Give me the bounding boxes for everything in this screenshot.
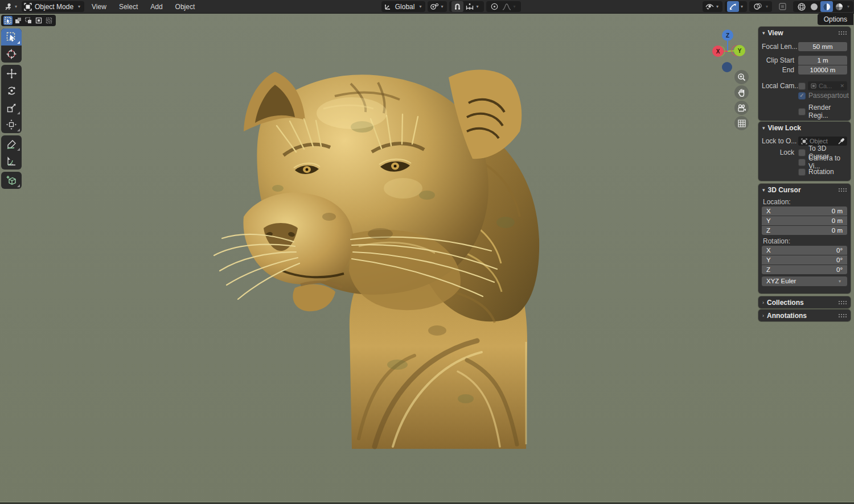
panel-grip-icon[interactable] xyxy=(838,300,847,304)
measure-icon xyxy=(6,156,17,167)
select-mode-intersect[interactable] xyxy=(44,16,54,25)
euler-mode-dropdown[interactable]: XYZ Euler ▾ xyxy=(762,276,847,286)
snap-toggle[interactable] xyxy=(451,1,463,12)
lock-rotation-label: Rotation xyxy=(808,168,834,176)
zoom-button[interactable] xyxy=(734,70,749,84)
cursor-rotation-x-field[interactable]: X 0° xyxy=(762,246,847,255)
axis-label: Z xyxy=(766,266,770,273)
cursor-panel-header[interactable]: ▾ 3D Cursor xyxy=(758,184,851,196)
chevron-down-icon[interactable]: ▾ xyxy=(764,4,770,9)
passepartout-checkbox[interactable] xyxy=(798,92,806,100)
gizmo-y-label: Y xyxy=(738,48,742,54)
gizmos-toggle[interactable] xyxy=(727,1,739,12)
cursor-rotation-z-field[interactable]: Z 0° xyxy=(762,265,847,274)
select-mode-extend[interactable] xyxy=(14,16,23,25)
camera-view-icon xyxy=(737,104,746,112)
cursor-location-z-field[interactable]: Z 0 m xyxy=(762,226,847,235)
move-icon xyxy=(6,68,17,79)
panel-grip-icon[interactable] xyxy=(838,188,847,192)
xray-toggle[interactable] xyxy=(777,1,789,12)
menu-view[interactable]: View xyxy=(85,0,113,14)
collections-panel-header[interactable]: › Collections xyxy=(758,296,851,308)
chevron-down-icon[interactable]: ▾ xyxy=(845,4,851,9)
tool-cursor[interactable] xyxy=(1,46,22,63)
xray-icon xyxy=(778,2,787,11)
zoom-icon xyxy=(737,73,746,81)
visibility-dropdown[interactable]: ▾ xyxy=(703,1,722,12)
tool-move[interactable] xyxy=(1,65,22,82)
local-camera-object-field[interactable]: Ca... ✕ xyxy=(808,81,847,90)
shading-rendered-button[interactable] xyxy=(833,1,845,12)
local-camera-checkbox[interactable] xyxy=(798,82,806,90)
tool-rotate[interactable] xyxy=(1,82,22,99)
object-data-icon xyxy=(801,138,807,144)
menu-select[interactable]: Select xyxy=(113,0,144,14)
tool-options-button[interactable]: Options xyxy=(818,14,853,25)
mode-dropdown[interactable]: Object Mode ▾ xyxy=(22,1,84,12)
proportional-editing-toggle[interactable] xyxy=(488,1,500,12)
render-region-checkbox[interactable] xyxy=(798,108,806,115)
chevron-down-icon[interactable]: ▾ xyxy=(739,4,745,9)
gizmo-z-label: Z xyxy=(726,32,729,39)
pan-button[interactable] xyxy=(734,85,749,100)
snap-target-dropdown[interactable]: ▾ xyxy=(463,1,482,12)
shading-solid-button[interactable] xyxy=(808,1,820,12)
falloff-dropdown[interactable]: ▾ xyxy=(500,1,519,12)
cursor-location-label: Location: xyxy=(763,198,846,206)
cursor-location-y-field[interactable]: Y 0 m xyxy=(762,216,847,225)
tool-add-cube[interactable] xyxy=(1,172,22,189)
chevron-down-icon: ▾ xyxy=(76,4,82,9)
axis-value: 0° xyxy=(836,247,843,254)
lock-3d-cursor-checkbox[interactable] xyxy=(798,149,806,156)
menu-object[interactable]: Object xyxy=(169,0,202,14)
view-lock-panel-header[interactable]: ▾ View Lock xyxy=(758,122,851,134)
menu-add[interactable]: Add xyxy=(144,0,169,14)
lock-label: Lock xyxy=(762,148,798,156)
eyedropper-icon[interactable] xyxy=(838,138,844,144)
select-mode-set[interactable] xyxy=(3,16,13,25)
clip-start-field[interactable]: 1 m xyxy=(798,56,847,65)
gizmo-negative-z-axis[interactable] xyxy=(722,62,732,72)
clip-end-field[interactable]: 10000 m xyxy=(798,65,847,75)
grid-toggle-button[interactable] xyxy=(734,116,749,130)
navigation-gizmo[interactable]: Z X Y xyxy=(705,27,753,75)
viewport-bottom-edge xyxy=(0,502,854,504)
annotations-panel-header[interactable]: › Annotations xyxy=(758,309,851,321)
chevron-down-icon: ▾ xyxy=(837,279,843,284)
camera-to-view-checkbox[interactable] xyxy=(798,159,806,166)
select-mode-invert[interactable] xyxy=(34,16,43,25)
camera-data-icon xyxy=(811,83,816,89)
annotations-panel: › Annotations xyxy=(758,309,851,321)
scale-icon xyxy=(6,102,17,113)
tool-annotate[interactable] xyxy=(1,135,22,152)
tool-select-box[interactable] xyxy=(1,28,22,46)
lock-rotation-checkbox[interactable] xyxy=(798,168,806,176)
axis-label: Y xyxy=(766,257,771,263)
panel-grip-icon[interactable] xyxy=(838,313,847,317)
chevron-down-icon: ▾ xyxy=(13,4,19,9)
select-box-icon xyxy=(6,32,17,42)
cursor-location-x-field[interactable]: X 0 m xyxy=(762,206,847,216)
render-region-label: Render Regi... xyxy=(808,104,847,119)
focal-length-field[interactable]: 50 mm xyxy=(798,42,847,51)
cursor-rotation-y-field[interactable]: Y 0° xyxy=(762,255,847,265)
shading-material-preview-button[interactable] xyxy=(820,1,833,12)
transform-orientation-dropdown[interactable]: Global ▾ xyxy=(381,1,426,12)
tool-transform[interactable] xyxy=(1,116,22,133)
select-mode-subtract[interactable] xyxy=(24,16,33,25)
tool-measure[interactable] xyxy=(1,152,22,170)
clip-start-label: Clip Start xyxy=(762,56,798,64)
editor-type-dropdown[interactable]: ▾ xyxy=(2,1,20,12)
clear-icon[interactable]: ✕ xyxy=(840,83,844,89)
panel-grip-icon[interactable] xyxy=(838,31,847,35)
view-panel-header[interactable]: ▾ View xyxy=(758,27,851,39)
overlays-toggle[interactable] xyxy=(752,1,764,12)
shading-mode-group: ▾ xyxy=(793,1,853,12)
pivot-point-dropdown[interactable]: ▾ xyxy=(428,1,447,12)
tool-scale[interactable] xyxy=(1,99,22,116)
tiger-statue[interactable] xyxy=(210,46,551,451)
camera-view-button[interactable] xyxy=(734,101,749,115)
shading-wireframe-button[interactable] xyxy=(795,1,808,12)
gizmo-x-label: X xyxy=(716,48,720,55)
passepartout-label: Passepartout xyxy=(808,92,849,100)
